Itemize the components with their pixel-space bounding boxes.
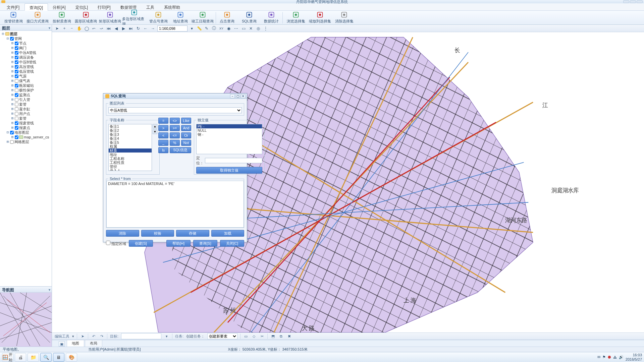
taskbar-app-2[interactable]: 📁 <box>28 353 39 362</box>
clear-button[interactable]: 清除 <box>106 230 139 237</box>
window-minimize-icon[interactable] <box>623 0 629 3</box>
op-lt-button[interactable]: < <box>158 132 168 138</box>
taskbar-clock[interactable]: 16:03 2016/5/27 <box>626 353 642 361</box>
toolbar-button[interactable]: 地址查询 <box>170 11 191 24</box>
layer-tree[interactable]: ⊟ 图层⊟ 管网⊞ 节点⊞ 阀门⊞ 中压A管线⊞ 调压设备⊞ 中压B管线⊞ 高压… <box>0 31 52 286</box>
layer-checkbox[interactable] <box>15 121 18 125</box>
op-or-button[interactable]: Or <box>181 132 191 138</box>
toolbar-button[interactable]: 浏览选择集 <box>284 11 308 24</box>
close-button[interactable]: 关闭[C] <box>220 240 244 247</box>
field-item[interactable]: 备注3 <box>109 132 152 136</box>
op-and-button[interactable]: And <box>181 125 191 131</box>
tray-volume-icon[interactable]: 🔊 <box>619 355 624 359</box>
first-view-icon[interactable]: ⏮ <box>106 26 112 31</box>
field-item[interactable]: 录入人 <box>109 169 152 171</box>
field-item[interactable]: 管径 <box>109 165 152 169</box>
taskbar-app-3[interactable]: 🔍 <box>40 353 52 362</box>
layer-checkbox[interactable] <box>15 98 18 102</box>
full-extent-icon[interactable]: ◯ <box>84 26 90 31</box>
sketch-tool-icon[interactable]: ▭ <box>243 334 249 339</box>
help-button[interactable]: 帮助[H] <box>166 240 191 247</box>
node-tool-icon[interactable]: ◇ <box>251 334 257 339</box>
menu-item[interactable]: 工具 <box>142 3 159 10</box>
prev-view-icon[interactable]: ◀ <box>113 26 119 31</box>
layer-checkbox[interactable] <box>15 60 18 64</box>
field-item[interactable]: 材质 <box>109 148 152 153</box>
check-button[interactable]: 校验 <box>141 230 174 237</box>
forward-icon[interactable]: → <box>150 26 156 31</box>
layer-checkbox[interactable] <box>15 70 18 73</box>
op-ne-button[interactable]: <> <box>170 118 180 124</box>
layer-checkbox[interactable] <box>15 93 18 97</box>
zoom-next-icon[interactable]: ⤻ <box>98 26 104 31</box>
view-tab[interactable]: 布局 <box>85 340 102 347</box>
identify-icon[interactable]: ⓘ <box>211 26 217 31</box>
op-ge-button[interactable]: >= <box>170 125 180 131</box>
region-checkbox[interactable] <box>106 241 110 245</box>
tray-flag-icon[interactable]: ⚑ <box>602 355 606 359</box>
toolbar-button[interactable]: 圆形区域查询 <box>74 11 98 24</box>
field-listbox[interactable]: 备注1备注2备注3备注4备注5权属材质地址工程名称工程性质管径录入人录入日期理论… <box>108 124 152 171</box>
dialog-maximize-icon[interactable]: ▢ <box>235 94 240 98</box>
toolbar-button[interactable]: 按材质查询 <box>50 11 74 24</box>
layer-checkbox[interactable] <box>15 42 18 45</box>
target-dropdown-icon[interactable]: ▾ <box>164 334 169 339</box>
panel-menu-icon[interactable]: ▾ <box>49 26 50 30</box>
layer-checkbox[interactable] <box>15 56 18 59</box>
panel-menu-icon[interactable]: ▾ <box>49 288 50 292</box>
dialog-close-icon[interactable]: ✕ <box>241 94 246 98</box>
undo-icon[interactable]: ↶ <box>91 334 96 339</box>
value-listbox[interactable]: PE -NULL钢 - <box>196 124 262 154</box>
op-le-button[interactable]: <= <box>170 132 180 138</box>
dialog-titlebar[interactable]: SQL查询 – ▢ ✕ <box>103 94 247 99</box>
save-button[interactable]: 存储 <box>176 230 209 237</box>
pointer-icon[interactable]: ➤ <box>54 26 60 31</box>
layer-checkbox[interactable] <box>15 112 18 116</box>
toolbar-button[interactable]: 竣工日期查询 <box>191 11 215 24</box>
toolbar-button[interactable]: 缩放到选择集 <box>308 11 332 24</box>
split-tool-icon[interactable]: ✂ <box>259 334 265 339</box>
start-button[interactable]: 🪟开始 <box>2 353 13 362</box>
layer-checkbox[interactable] <box>15 88 18 92</box>
info-icon[interactable]: ⋯ <box>233 26 239 31</box>
clear-icon[interactable]: ✕ <box>248 26 254 31</box>
delete-tool-icon[interactable]: ✖ <box>286 334 292 339</box>
target-input[interactable] <box>121 333 161 339</box>
field-item[interactable]: 工程性质 <box>109 161 152 165</box>
taskbar-app-1[interactable]: 🖨 <box>15 353 26 362</box>
layer-checkbox[interactable] <box>15 79 18 83</box>
dialog-minimize-icon[interactable]: – <box>230 94 235 98</box>
toolbar-button[interactable]: 管点号查询 <box>146 11 170 24</box>
layer-checkbox[interactable] <box>15 51 18 55</box>
window-close-icon[interactable] <box>637 0 643 3</box>
op-gt-button[interactable]: > <box>158 125 168 131</box>
ruler-icon[interactable]: 📏 <box>196 26 202 31</box>
menu-item[interactable]: 分析[A] <box>48 3 71 10</box>
layer-checkbox[interactable] <box>15 126 18 130</box>
locate-icon[interactable]: ◎ <box>255 26 261 31</box>
tabs-toggle-icon[interactable]: ▣ <box>59 341 65 347</box>
toolbar-button[interactable]: 清除选择集 <box>332 11 356 24</box>
sql-info-button[interactable]: SQL信息 <box>170 147 191 153</box>
toolbar-button[interactable]: 点击查询 <box>217 11 237 24</box>
layer-checkbox[interactable] <box>10 140 14 144</box>
op-not-button[interactable]: Not <box>181 140 191 146</box>
value-item[interactable]: NULL <box>197 128 262 132</box>
get-unique-values-button[interactable]: 取得独立值 <box>196 167 262 174</box>
field-item[interactable]: 权属 <box>109 144 152 148</box>
field-item[interactable]: 地址 <box>109 153 152 157</box>
back-icon[interactable]: ← <box>143 26 149 31</box>
toolbar-button[interactable]: 数据统计 <box>261 11 281 24</box>
load-button[interactable]: 加载 <box>211 230 245 237</box>
tray-mail-icon[interactable]: ✉ <box>597 355 600 359</box>
next-view-icon[interactable]: ▶ <box>120 26 126 31</box>
layer-checkbox[interactable] <box>15 65 18 69</box>
op-pct-button[interactable]: % <box>170 140 180 146</box>
value-item[interactable]: 钢 - <box>197 132 262 136</box>
copy-tool-icon[interactable]: ⧉ <box>278 334 284 339</box>
map-view[interactable]: 长 江 洞庭湖水库 湖河东路 苏 州 上 海 大 路 SQL查询 <box>52 32 644 333</box>
layer-checkbox[interactable] <box>15 107 18 111</box>
toolbar-button[interactable]: 按管径查询 <box>1 11 25 24</box>
xy-icon[interactable]: XY <box>218 26 224 31</box>
taskbar-app-4[interactable]: 🖥 <box>53 353 64 362</box>
